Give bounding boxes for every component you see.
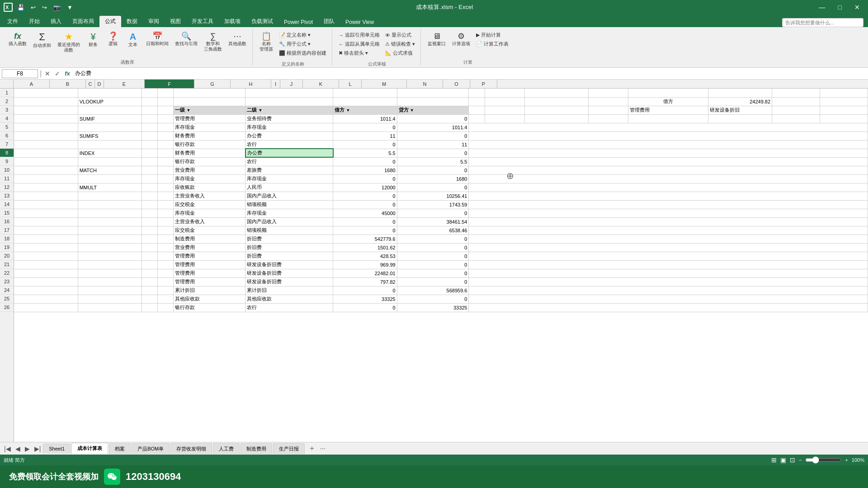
- tab-nav-prev[interactable]: ◀: [13, 444, 23, 453]
- row-num-21[interactable]: 21: [0, 260, 14, 269]
- cell-c19[interactable]: [142, 243, 157, 252]
- cell-rest8[interactable]: [469, 149, 868, 157]
- cell-b21[interactable]: [78, 260, 142, 269]
- cell-rest18[interactable]: [469, 235, 868, 243]
- cell-a21[interactable]: [14, 260, 78, 269]
- tab-powerpivot[interactable]: Power Pivot: [278, 17, 318, 27]
- cell-c17[interactable]: [142, 226, 157, 235]
- trace-dependents-btn[interactable]: ← 追踪从属单元格: [337, 40, 382, 48]
- cell-n1[interactable]: [708, 89, 772, 97]
- cell-f19[interactable]: 折旧费: [245, 243, 333, 252]
- cell-b18[interactable]: [78, 235, 142, 243]
- cell-g4[interactable]: 1011.4: [333, 114, 397, 123]
- tab-review[interactable]: 审阅: [143, 16, 165, 27]
- cell-b6[interactable]: SUMIFS: [78, 131, 142, 140]
- cell-d18[interactable]: [158, 235, 174, 243]
- cell-l4[interactable]: [589, 114, 628, 123]
- row-num-8[interactable]: 8: [0, 149, 14, 157]
- cell-h23[interactable]: 0: [397, 277, 469, 286]
- cell-c4[interactable]: [142, 114, 157, 123]
- cell-c11[interactable]: [142, 174, 157, 183]
- cell-h16[interactable]: 38461.54: [397, 217, 469, 226]
- quick-more[interactable]: ▼: [65, 3, 75, 12]
- cell-p2[interactable]: [820, 97, 868, 106]
- normal-view-btn[interactable]: ⊞: [771, 456, 777, 464]
- cell-n3[interactable]: 研发设备折旧: [708, 106, 772, 114]
- create-from-selection-btn[interactable]: ⬛ 根据所选内容创建: [277, 49, 328, 57]
- cell-d20[interactable]: [158, 252, 174, 260]
- cell-rest7[interactable]: [469, 140, 868, 149]
- cell-c26[interactable]: [142, 303, 157, 312]
- row-num-5[interactable]: 5: [0, 123, 14, 131]
- cell-j2[interactable]: [485, 97, 524, 106]
- cell-a20[interactable]: [14, 252, 78, 260]
- row-num-1[interactable]: 1: [0, 89, 14, 97]
- tab-powerview[interactable]: Power View: [340, 17, 379, 27]
- cell-b22[interactable]: [78, 269, 142, 277]
- cell-rest17[interactable]: [469, 226, 868, 235]
- row-num-20[interactable]: 20: [0, 252, 14, 260]
- cell-a6[interactable]: [14, 131, 78, 140]
- cell-e19[interactable]: 营业费用: [174, 243, 245, 252]
- cell-h25[interactable]: 0: [397, 295, 469, 303]
- cell-g10[interactable]: 1680: [333, 166, 397, 174]
- col-header-c[interactable]: C: [86, 80, 95, 88]
- tab-loadtest[interactable]: 负载测试: [246, 16, 278, 27]
- row-num-11[interactable]: 11: [0, 174, 14, 183]
- cell-d24[interactable]: [158, 286, 174, 295]
- cell-c22[interactable]: [142, 269, 157, 277]
- calc-sheet-btn[interactable]: 📄 计算工作表: [474, 40, 510, 48]
- row-num-9[interactable]: 9: [0, 157, 14, 166]
- cell-rest12[interactable]: [469, 183, 868, 192]
- cell-c15[interactable]: [142, 209, 157, 217]
- cell-h22[interactable]: 0: [397, 269, 469, 277]
- cell-g21[interactable]: 969.99: [333, 260, 397, 269]
- lookup-btn[interactable]: 🔍 查找与引用: [173, 31, 200, 48]
- cell-n2[interactable]: 24249.82: [708, 97, 772, 106]
- cell-d23[interactable]: [158, 277, 174, 286]
- tab-developer[interactable]: 开发工具: [186, 16, 219, 27]
- cell-d7[interactable]: [158, 140, 174, 149]
- cell-a12[interactable]: [14, 183, 78, 192]
- row-num-19[interactable]: 19: [0, 243, 14, 252]
- cell-p3[interactable]: [820, 106, 868, 114]
- row-num-4[interactable]: 4: [0, 114, 14, 123]
- row-num-22[interactable]: 22: [0, 269, 14, 277]
- cell-b14[interactable]: [78, 200, 142, 209]
- sheet-tab-mfg[interactable]: 制造费用: [241, 443, 272, 454]
- cell-g19[interactable]: 1501.62: [333, 243, 397, 252]
- cell-c23[interactable]: [142, 277, 157, 286]
- cell-g5[interactable]: 0: [333, 123, 397, 131]
- cell-a3[interactable]: [14, 106, 78, 114]
- cell-e16[interactable]: 主营业务收入: [174, 217, 245, 226]
- cell-e2[interactable]: [174, 97, 245, 106]
- cancel-formula-btn[interactable]: ✕: [43, 70, 52, 77]
- cell-rest25[interactable]: [469, 295, 868, 303]
- cell-e26[interactable]: 银行存款: [174, 303, 245, 312]
- tab-nav-first[interactable]: |◀: [2, 444, 13, 453]
- cell-k1[interactable]: [525, 89, 589, 97]
- cell-a13[interactable]: [14, 192, 78, 200]
- cell-a16[interactable]: [14, 217, 78, 226]
- cell-f10[interactable]: 差旅费: [245, 166, 333, 174]
- cell-f7[interactable]: 农行: [245, 140, 333, 149]
- cell-f15[interactable]: 库存现金: [245, 209, 333, 217]
- tab-addins[interactable]: 加载项: [219, 16, 246, 27]
- text-btn[interactable]: A 文本: [124, 31, 142, 49]
- show-formulas-btn[interactable]: 👁 显示公式: [383, 31, 417, 39]
- cell-f25[interactable]: 其他应收款: [245, 295, 333, 303]
- cell-d19[interactable]: [158, 243, 174, 252]
- cell-a23[interactable]: [14, 277, 78, 286]
- page-layout-view-btn[interactable]: ▣: [780, 456, 786, 464]
- cell-l1[interactable]: [589, 89, 628, 97]
- use-in-formula-btn[interactable]: 🔧 用于公式 ▾: [277, 40, 328, 48]
- cell-rest13[interactable]: [469, 192, 868, 200]
- cell-h17[interactable]: 6538.46: [397, 226, 469, 235]
- tab-view[interactable]: 视图: [165, 16, 186, 27]
- cell-m3[interactable]: 管理费用: [628, 106, 708, 114]
- cell-p4[interactable]: [820, 114, 868, 123]
- row-num-15[interactable]: 15: [0, 209, 14, 217]
- cell-a25[interactable]: [14, 295, 78, 303]
- insert-function-small-btn[interactable]: fx: [63, 70, 71, 77]
- cell-h10[interactable]: 0: [397, 166, 469, 174]
